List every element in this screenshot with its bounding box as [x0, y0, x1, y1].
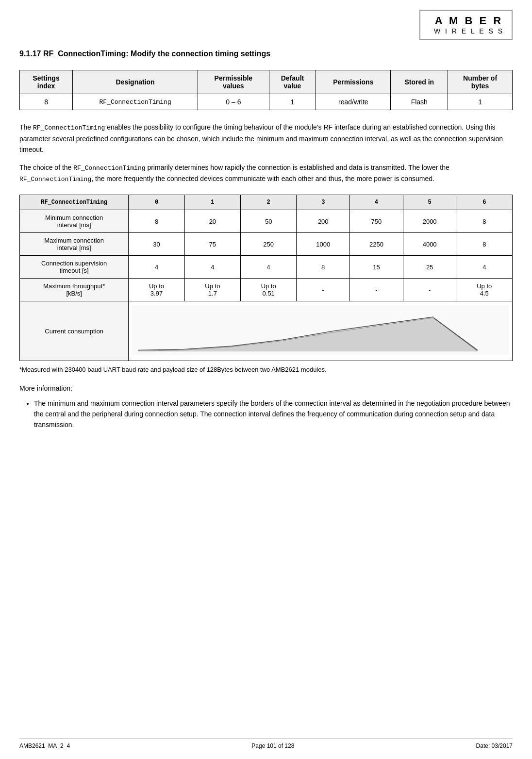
current-consumption-chart	[132, 305, 509, 355]
timing-val-max-5: 4000	[403, 233, 456, 256]
timing-label-throughput: Maximum throughput*[kB/s]	[20, 279, 129, 301]
logo-text: A M B E R W I R E L E S S	[434, 15, 504, 35]
timing-val-tp-5: -	[403, 279, 456, 301]
timing-val-min-3: 200	[297, 210, 350, 233]
logo-inner: A M B E R W I R E L E S S	[428, 15, 504, 35]
timing-val-min-2: 50	[241, 210, 297, 233]
timing-val-max-4: 2250	[350, 233, 403, 256]
timing-col-1: 1	[184, 195, 240, 210]
col-header-designation: Designation	[73, 70, 198, 94]
cell-index: 8	[20, 94, 73, 110]
timing-row-throughput: Maximum throughput*[kB/s] Up to3.97 Up t…	[20, 279, 513, 301]
timing-val-to-1: 4	[184, 256, 240, 279]
col-header-stored: Stored in	[391, 70, 448, 94]
timing-col-5: 5	[403, 195, 456, 210]
logo-wireless: W I R E L E S S	[434, 27, 504, 35]
cell-permissions: read/write	[316, 94, 391, 110]
description: The RF_ConnectionTiming enables the poss…	[19, 122, 513, 185]
col-header-permissible: Permissiblevalues	[198, 70, 269, 94]
more-info-item-1: The minimum and maximum connection inter…	[34, 398, 513, 430]
description-para2: The choice of the RF_ConnectionTiming pr…	[19, 162, 513, 185]
cell-stored: Flash	[391, 94, 448, 110]
timing-table: RF_ConnectionTiming 0 1 2 3 4 5 6 Minimu…	[19, 195, 513, 361]
description-para1: The RF_ConnectionTiming enables the poss…	[19, 122, 513, 155]
timing-val-to-6: 4	[456, 256, 513, 279]
desc-post3: , the more frequently the connected devi…	[91, 175, 434, 182]
timing-val-tp-6: Up to4.5	[456, 279, 513, 301]
settings-table: Settingsindex Designation Permissibleval…	[19, 70, 513, 110]
timing-val-max-6: 8	[456, 233, 513, 256]
timing-val-tp-2: Up to0.51	[241, 279, 297, 301]
timing-val-min-0: 8	[129, 210, 184, 233]
footer-left: AMB2621_MA_2_4	[19, 742, 70, 749]
timing-label-header: RF_ConnectionTiming	[20, 195, 129, 210]
col-header-permissions: Permissions	[316, 70, 391, 94]
timing-val-tp-3: -	[297, 279, 350, 301]
more-info-list: The minimum and maximum connection inter…	[34, 398, 513, 430]
logo-amber: A M B E R	[434, 15, 504, 27]
footer-center: Page 101 of 128	[251, 742, 294, 749]
cell-default: 1	[269, 94, 316, 110]
footnote: *Measured with 230400 baud UART baud rat…	[19, 365, 513, 375]
timing-row-current: Current consumption	[20, 301, 513, 361]
timing-val-to-2: 4	[241, 256, 297, 279]
timing-val-to-3: 8	[297, 256, 350, 279]
col-header-bytes: Number ofbytes	[448, 70, 513, 94]
col-header-index: Settingsindex	[20, 70, 73, 94]
timing-val-to-0: 4	[129, 256, 184, 279]
timing-val-to-4: 15	[350, 256, 403, 279]
timing-label-timeout: Connection supervisiontimeout [s]	[20, 256, 129, 279]
current-chart-cell	[129, 301, 513, 361]
footer: AMB2621_MA_2_4 Page 101 of 128 Date: 03/…	[19, 738, 513, 749]
timing-col-2: 2	[241, 195, 297, 210]
desc-pre1: The	[19, 123, 33, 131]
timing-label-min: Minimum connectioninterval [ms]	[20, 210, 129, 233]
cell-bytes: 1	[448, 94, 513, 110]
desc-post2: primarily determines how rapidly the con…	[146, 164, 449, 171]
logo-area: A M B E R W I R E L E S S	[19, 10, 513, 40]
desc-pre2: The choice of the	[19, 164, 73, 171]
timing-row-timeout: Connection supervisiontimeout [s] 4 4 4 …	[20, 256, 513, 279]
timing-val-min-1: 20	[184, 210, 240, 233]
timing-val-max-2: 250	[241, 233, 297, 256]
logo-box: A M B E R W I R E L E S S	[419, 10, 513, 40]
more-info-title: More information:	[19, 384, 513, 392]
timing-col-0: 0	[129, 195, 184, 210]
timing-label-current: Current consumption	[20, 301, 129, 361]
more-info: More information: The minimum and maximu…	[19, 384, 513, 430]
cell-permissible: 0 – 6	[198, 94, 269, 110]
timing-val-min-5: 2000	[403, 210, 456, 233]
timing-row-min: Minimum connectioninterval [ms] 8 20 50 …	[20, 210, 513, 233]
timing-val-min-4: 750	[350, 210, 403, 233]
desc-code1: RF_ConnectionTiming	[33, 124, 105, 132]
cell-designation: RF_ConnectionTiming	[73, 94, 198, 110]
timing-val-tp-4: -	[350, 279, 403, 301]
timing-val-to-5: 25	[403, 256, 456, 279]
settings-table-header-row: Settingsindex Designation Permissibleval…	[20, 70, 513, 94]
timing-val-tp-1: Up to1.7	[184, 279, 240, 301]
timing-header-row: RF_ConnectionTiming 0 1 2 3 4 5 6	[20, 195, 513, 210]
section-title: 9.1.17 RF_ConnectionTiming: Modify the c…	[19, 50, 513, 58]
timing-col-6: 6	[456, 195, 513, 210]
timing-val-max-3: 1000	[297, 233, 350, 256]
col-header-default: Defaultvalue	[269, 70, 316, 94]
timing-label-max: Maximum connectioninterval [ms]	[20, 233, 129, 256]
timing-col-4: 4	[350, 195, 403, 210]
timing-val-max-0: 30	[129, 233, 184, 256]
desc-code2: RF_ConnectionTiming	[73, 165, 145, 172]
timing-row-max: Maximum connectioninterval [ms] 30 75 25…	[20, 233, 513, 256]
timing-val-max-1: 75	[184, 233, 240, 256]
footer-right: Date: 03/2017	[476, 742, 513, 749]
settings-table-row: 8 RF_ConnectionTiming 0 – 6 1 read/write…	[20, 94, 513, 110]
desc-code3: RF_ConnectionTiming	[19, 176, 91, 183]
timing-val-min-6: 8	[456, 210, 513, 233]
timing-col-3: 3	[297, 195, 350, 210]
timing-val-tp-0: Up to3.97	[129, 279, 184, 301]
